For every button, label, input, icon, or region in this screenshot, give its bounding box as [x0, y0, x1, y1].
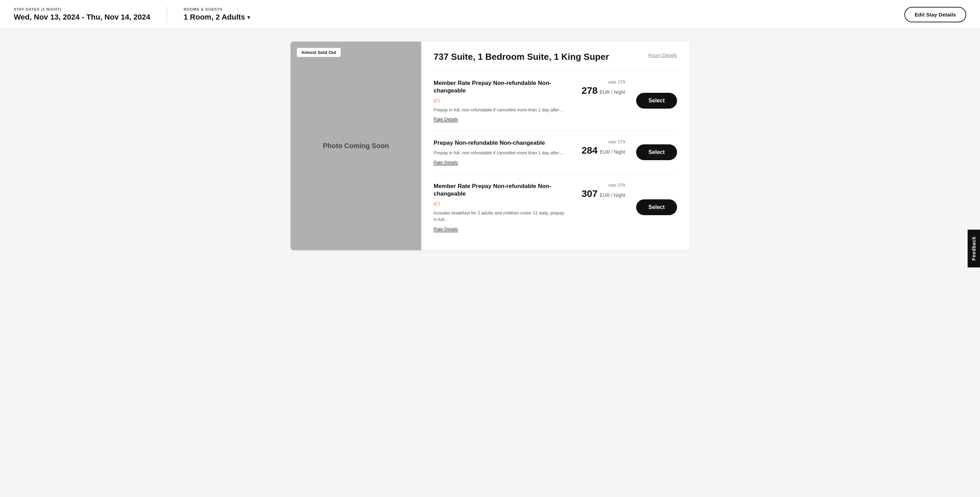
rate-details-link[interactable]: Rate Details: [434, 227, 458, 232]
rooms-guests-label: ROOMS & GUESTS: [184, 7, 250, 11]
room-title: 737 Suite, 1 Bedroom Suite, 1 King Super: [434, 51, 609, 63]
rate-name: Member Rate Prepay Non-refundable Non-ch…: [434, 79, 566, 95]
price-currency-night: EUR / Night: [600, 149, 625, 155]
stay-dates-block: STAY DATES (1 NIGHT) Wed, Nov 13, 2024 -…: [14, 7, 150, 22]
price-value: 307: [581, 188, 598, 199]
price-value: 284: [581, 145, 598, 156]
rooms-guests-text: 1 Room, 2 Adults: [184, 13, 245, 22]
rooms-guests-block[interactable]: ROOMS & GUESTS 1 Room, 2 Adults ▾: [184, 7, 250, 22]
was-price: was 379: [608, 183, 625, 188]
header-left: STAY DATES (1 NIGHT) Wed, Nov 13, 2024 -…: [14, 6, 250, 23]
rate-description: Includes breakfast for 2 adults and chil…: [434, 210, 566, 223]
rate-description: Prepay in full, non-refundable if cancel…: [434, 149, 566, 156]
price-value: 278: [581, 85, 598, 96]
room-rates-section: 737 Suite, 1 Bedroom Suite, 1 King Super…: [421, 41, 689, 250]
room-image-section: Almost Sold Out Photo Coming Soon: [291, 41, 421, 250]
select-button[interactable]: Select: [636, 199, 677, 215]
price-currency-night: EUR / Night: [600, 89, 625, 95]
was-price: was 379: [608, 139, 625, 144]
rate-row: Member Rate Prepay Non-refundable Non-ch…: [434, 174, 677, 241]
select-button[interactable]: Select: [636, 93, 677, 109]
was-price: was 379: [608, 79, 625, 84]
photo-coming-soon-text: Photo Coming Soon: [323, 142, 389, 150]
tag-icon: 🏷: [434, 200, 566, 208]
stay-dates-label: STAY DATES (1 NIGHT): [14, 7, 150, 11]
edit-stay-button[interactable]: Edit Stay Details: [904, 7, 966, 22]
current-price: 307 EUR / Night: [581, 188, 625, 199]
tag-icon: 🏷: [434, 97, 566, 105]
room-details-link[interactable]: Room Details: [648, 52, 677, 58]
rate-info: Prepay Non-refundable Non-changeable Pre…: [434, 139, 566, 166]
room-card: Almost Sold Out Photo Coming Soon 737 Su…: [291, 41, 689, 250]
rate-row: Member Rate Prepay Non-refundable Non-ch…: [434, 71, 677, 131]
chevron-down-icon: ▾: [247, 14, 250, 21]
rate-info: Member Rate Prepay Non-refundable Non-ch…: [434, 183, 566, 232]
current-price: 284 EUR / Night: [581, 145, 625, 156]
rate-pricing: was 379 307 EUR / Night: [577, 183, 625, 199]
rate-row: Prepay Non-refundable Non-changeable Pre…: [434, 130, 677, 174]
rates-container: Member Rate Prepay Non-refundable Non-ch…: [434, 71, 677, 241]
header-divider: [167, 6, 167, 23]
almost-sold-out-badge: Almost Sold Out: [297, 48, 341, 57]
rate-pricing: was 379 278 EUR / Night: [577, 79, 625, 96]
rate-description: Prepay in full, non-refundable if cancel…: [434, 106, 566, 113]
select-button[interactable]: Select: [636, 144, 677, 160]
current-price: 278 EUR / Night: [581, 85, 625, 96]
room-title-row: 737 Suite, 1 Bedroom Suite, 1 King Super…: [434, 51, 677, 63]
feedback-tab[interactable]: Feedback: [967, 230, 980, 263]
rate-name: Member Rate Prepay Non-refundable Non-ch…: [434, 183, 566, 198]
rooms-guests-value[interactable]: 1 Room, 2 Adults ▾: [184, 13, 250, 22]
rate-name: Prepay Non-refundable Non-changeable: [434, 139, 566, 147]
page-header: STAY DATES (1 NIGHT) Wed, Nov 13, 2024 -…: [0, 0, 980, 29]
rate-info: Member Rate Prepay Non-refundable Non-ch…: [434, 79, 566, 123]
stay-dates-value: Wed, Nov 13, 2024 - Thu, Nov 14, 2024: [14, 13, 150, 22]
main-content: Almost Sold Out Photo Coming Soon 737 Su…: [284, 41, 696, 250]
rate-pricing: was 379 284 EUR / Night: [577, 139, 625, 156]
price-currency-night: EUR / Night: [600, 192, 625, 198]
rate-details-link[interactable]: Rate Details: [434, 116, 458, 122]
rate-details-link[interactable]: Rate Details: [434, 160, 458, 166]
